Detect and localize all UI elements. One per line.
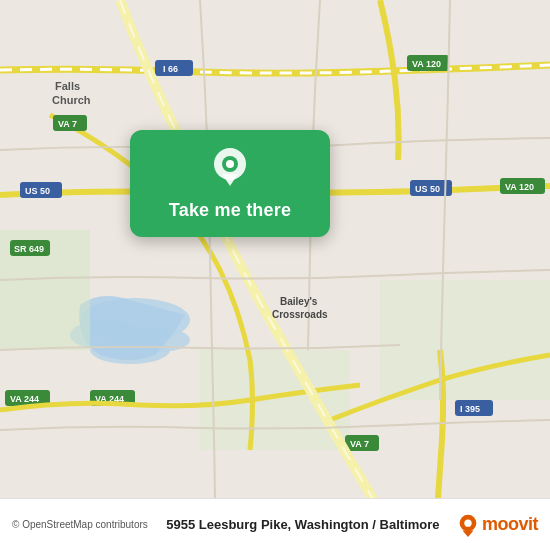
svg-marker-38 (222, 174, 238, 186)
svg-text:I 395: I 395 (460, 404, 480, 414)
map-container: I 66 VA 120 US 50 US 50 VA 120 VA 7 SR 6… (0, 0, 550, 550)
svg-text:US 50: US 50 (415, 184, 440, 194)
svg-rect-8 (200, 350, 350, 450)
svg-text:VA 120: VA 120 (412, 59, 441, 69)
take-me-there-button[interactable]: Take me there (165, 198, 295, 223)
svg-text:Bailey's: Bailey's (280, 296, 318, 307)
svg-text:VA 244: VA 244 (10, 394, 39, 404)
svg-text:VA 7: VA 7 (58, 119, 77, 129)
svg-text:SR 649: SR 649 (14, 244, 44, 254)
svg-text:VA 7: VA 7 (350, 439, 369, 449)
svg-text:US 50: US 50 (25, 186, 50, 196)
address-text: 5955 Leesburg Pike, Washington / Baltimo… (148, 517, 458, 532)
svg-marker-41 (462, 530, 473, 536)
moovit-logo: moovit (458, 513, 538, 537)
svg-text:I 66: I 66 (163, 64, 178, 74)
svg-point-40 (464, 519, 471, 526)
svg-text:VA 120: VA 120 (505, 182, 534, 192)
bottom-bar: © OpenStreetMap contributors 5955 Leesbu… (0, 498, 550, 550)
osm-attribution: © OpenStreetMap contributors (12, 519, 148, 530)
svg-text:Crossroads: Crossroads (272, 309, 328, 320)
moovit-brand-text: moovit (482, 514, 538, 535)
svg-text:Church: Church (52, 94, 91, 106)
svg-text:Falls: Falls (55, 80, 80, 92)
location-popup: Take me there (130, 130, 330, 237)
map-background: I 66 VA 120 US 50 US 50 VA 120 VA 7 SR 6… (0, 0, 550, 550)
svg-point-37 (226, 160, 234, 168)
svg-rect-7 (380, 280, 550, 400)
moovit-pin-icon (458, 513, 478, 537)
map-pin-icon (208, 146, 252, 190)
